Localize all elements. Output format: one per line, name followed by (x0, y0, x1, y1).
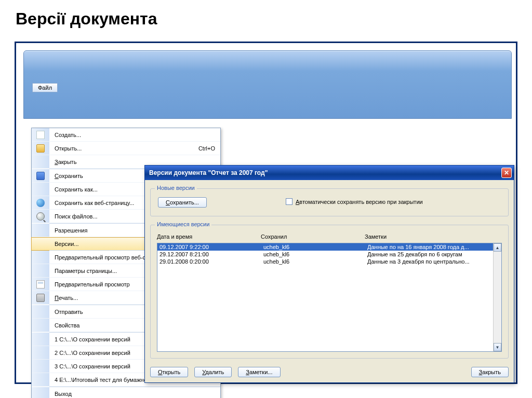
save-version-button[interactable]: Сохранить... (158, 197, 207, 208)
group-new-versions: Новые версии Сохранить... Автоматически … (150, 188, 509, 216)
menu-label: Создать... (49, 132, 215, 138)
group-label-existing: Имеющиеся версии (155, 221, 211, 227)
scroll-up-icon[interactable]: ▲ (494, 243, 501, 252)
globe-icon (36, 199, 45, 207)
file-menu-tab[interactable]: Файл (32, 83, 58, 92)
close-button[interactable]: ✕ (501, 168, 512, 178)
menu-label: Открыть... (49, 145, 188, 152)
menu-bar: Файл (32, 82, 58, 93)
cell-note: Данные по на 16 января 2008 года д... (367, 244, 499, 250)
cell-note: Данные на 25 декабря по 6 округам (367, 251, 499, 257)
menu-shortcut: Ctrl+O (188, 145, 215, 152)
scroll-down-icon[interactable]: ▼ (494, 343, 501, 351)
versions-listview[interactable]: 09.12.2007 9:22:00 ucheb_kl6 Данные по н… (157, 243, 502, 352)
dialog-button-row: Открыть Удалить Заметки... Закрыть (150, 367, 509, 377)
auto-save-checkbox-row[interactable]: Автоматически сохранять версию при закры… (286, 198, 423, 205)
list-row[interactable]: 29.01.2008 0:20:00 ucheb_kl6 Данные на 3… (157, 258, 501, 265)
group-existing-versions: Имеющиеся версии Дата и время Сохранил З… (150, 225, 509, 359)
close-icon: ✕ (504, 169, 509, 176)
menu-label: Выход (49, 391, 215, 397)
versions-dialog: Версии документа "Отчет за 2007 год" ✕ Н… (144, 165, 514, 383)
col-header-notes: Заметки (365, 234, 502, 240)
cell-user: ucheb_kl6 (263, 258, 367, 265)
app-window-background: Файл (23, 50, 512, 119)
auto-save-checkbox[interactable] (286, 198, 292, 205)
col-header-user: Сохранил (261, 234, 365, 240)
close-dialog-button[interactable]: Закрыть (471, 367, 509, 377)
delete-button[interactable]: Удалить (194, 367, 232, 377)
notes-button[interactable]: Заметки... (238, 367, 280, 377)
save-icon (36, 172, 45, 180)
menu-item-exit[interactable]: Выход (32, 387, 220, 398)
cell-user: ucheb_kl6 (263, 244, 367, 250)
menu-item-open[interactable]: Открыть... Ctrl+O (32, 142, 220, 155)
list-row[interactable]: 09.12.2007 9:22:00 ucheb_kl6 Данные по н… (157, 243, 501, 251)
new-doc-icon (36, 131, 45, 139)
cell-date: 29.12.2007 8:21:00 (159, 251, 263, 257)
open-button[interactable]: Открыть (150, 367, 188, 377)
folder-open-icon (36, 144, 45, 153)
auto-save-label: Автоматически сохранять версию при закры… (296, 199, 423, 205)
printer-icon (36, 294, 45, 302)
list-scrollbar[interactable]: ▲ ▼ (493, 243, 501, 351)
cell-date: 29.01.2008 0:20:00 (159, 258, 263, 265)
cell-date: 09.12.2007 9:22:00 (159, 244, 263, 250)
list-columns-header: Дата и время Сохранил Заметки (157, 234, 502, 240)
cell-user: ucheb_kl6 (263, 251, 367, 257)
print-preview-icon (36, 280, 45, 289)
menu-label: Закрыть (49, 159, 215, 165)
group-label-new: Новые версии (155, 185, 197, 191)
col-header-date: Дата и время (157, 234, 261, 240)
dialog-titlebar[interactable]: Версии документа "Отчет за 2007 год" ✕ (145, 166, 514, 180)
menu-item-new[interactable]: Создать... (32, 128, 220, 142)
dialog-title: Версии документа "Отчет за 2007 год" (149, 169, 268, 176)
search-icon (36, 212, 45, 221)
list-row[interactable]: 29.12.2007 8:21:00 ucheb_kl6 Данные на 2… (157, 251, 501, 258)
page-title: Версії документа (0, 0, 532, 34)
slide-frame: Файл Создать... Открыть... Ctrl+O Закрыт… (15, 42, 517, 384)
cell-note: Данные на 3 декабря по центрально... (367, 258, 499, 265)
